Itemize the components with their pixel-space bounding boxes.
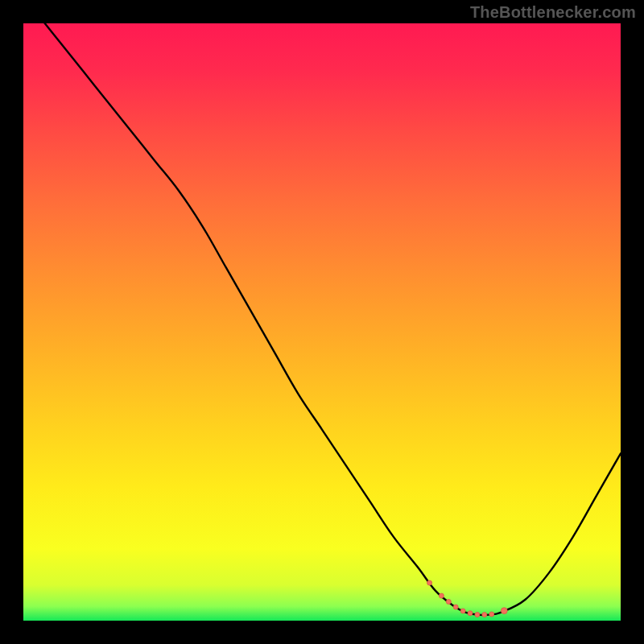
marker-dot [427,580,432,585]
marker-dot [460,609,465,613]
marker-dot [482,613,487,617]
plot-area [23,23,621,621]
marker-dot [489,612,494,617]
marker-dot [439,593,444,598]
marker-dot [501,608,507,614]
bottleneck-chart [23,23,621,621]
watermark-text: TheBottlenecker.com [470,3,636,22]
gradient-background [23,23,621,621]
marker-dot [468,611,473,616]
chart-frame: TheBottlenecker.com [0,0,644,644]
marker-dot [446,600,451,605]
marker-dot [453,605,458,609]
marker-dot [475,613,480,617]
